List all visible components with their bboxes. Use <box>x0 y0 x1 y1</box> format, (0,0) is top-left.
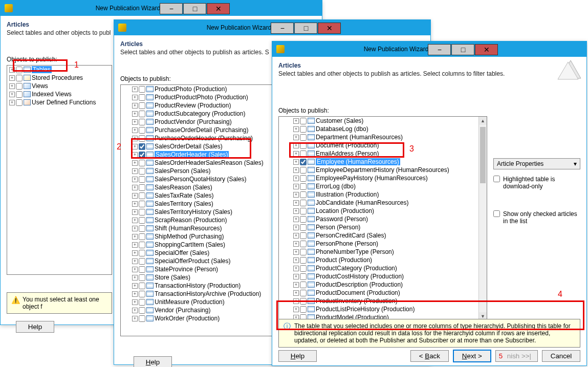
scroll-thumb[interactable] <box>480 127 486 183</box>
tree-item[interactable]: +Vendor (Purchasing) <box>121 306 273 314</box>
tree-item[interactable]: +Shift (HumanResources) <box>121 224 273 232</box>
tree-item-udf[interactable]: + User Defined Functions <box>7 98 112 106</box>
expand-icon[interactable]: + <box>132 127 138 133</box>
expand-icon[interactable]: + <box>9 100 15 105</box>
checkbox[interactable] <box>139 184 145 191</box>
checkbox[interactable] <box>300 208 307 214</box>
checkbox[interactable] <box>139 315 145 322</box>
tree-item[interactable]: +ScrapReason (Production) <box>121 216 273 224</box>
tree-item[interactable]: +ProductDescription (Production) <box>279 280 487 289</box>
tree-item[interactable]: +EmailAddress (Person) <box>279 149 487 158</box>
titlebar[interactable]: New Publication Wizard − □ ✕ <box>1 1 322 16</box>
checkbox[interactable] <box>300 306 307 313</box>
checkbox[interactable] <box>300 282 307 288</box>
expand-icon[interactable]: + <box>293 118 299 124</box>
tree-item[interactable]: +SpecialOffer (Sales) <box>121 249 273 257</box>
close-button[interactable]: ✕ <box>318 23 341 34</box>
checkbox[interactable] <box>139 283 145 289</box>
tree-item[interactable]: +SalesTaxRate (Sales) <box>121 191 273 200</box>
checkbox[interactable] <box>16 99 23 106</box>
tree-item[interactable]: +ProductSubcategory (Production) <box>121 110 273 118</box>
expand-icon[interactable]: + <box>293 184 299 189</box>
expand-icon[interactable]: + <box>132 218 138 223</box>
expand-icon[interactable]: + <box>293 290 299 296</box>
tree-item[interactable]: +EmployeePayHistory (HumanResources) <box>279 174 487 182</box>
tree-item-ixviews[interactable]: + Indexed Views <box>7 90 112 98</box>
tree-item[interactable]: +PhoneNumberType (Person) <box>279 248 487 256</box>
checkbox[interactable] <box>139 274 145 281</box>
tree-item[interactable]: +Illustration (Production) <box>279 190 487 199</box>
tree-item[interactable]: +ProductReview (Production) <box>121 101 273 110</box>
tree-item-sprocs[interactable]: + Stored Procedures <box>7 74 112 82</box>
tree-item[interactable]: +SalesPersonQuotaHistory (Sales) <box>121 175 273 183</box>
expand-icon[interactable]: + <box>293 241 299 247</box>
expand-icon[interactable]: + <box>293 200 299 206</box>
tree-item[interactable]: +Location (Production) <box>279 207 487 215</box>
checkbox[interactable] <box>139 291 145 297</box>
checkbox[interactable] <box>139 86 145 93</box>
checkbox-download-only[interactable] <box>493 176 500 182</box>
checkbox[interactable] <box>139 242 145 248</box>
checkbox[interactable] <box>139 266 145 273</box>
tree-item[interactable]: +SalesReason (Sales) <box>121 183 273 191</box>
expand-icon[interactable]: + <box>293 151 299 157</box>
expand-icon[interactable]: + <box>132 226 138 231</box>
checkbox[interactable] <box>139 102 145 109</box>
tree-item[interactable]: +SalesTerritory (Sales) <box>121 200 273 208</box>
expand-icon[interactable]: + <box>132 95 138 100</box>
checkbox[interactable] <box>300 232 307 239</box>
close-button[interactable]: ✕ <box>475 44 498 55</box>
checkbox[interactable] <box>139 152 145 158</box>
checkbox[interactable] <box>300 265 307 272</box>
expand-icon[interactable]: + <box>132 177 138 182</box>
tree-item[interactable]: +JobCandidate (HumanResources) <box>279 199 487 207</box>
expand-icon[interactable]: + <box>293 274 299 279</box>
article-properties-dropdown[interactable]: Article Properties ▾ <box>493 158 580 169</box>
object-tree[interactable]: + Tables + Stored Procedures + Views + <box>7 65 112 275</box>
checkbox[interactable] <box>16 83 23 90</box>
minimize-button[interactable]: − <box>271 23 294 34</box>
checkbox[interactable] <box>300 183 307 190</box>
checkbox[interactable] <box>139 111 145 117</box>
expand-icon[interactable]: + <box>293 159 299 165</box>
checkbox[interactable] <box>300 118 307 124</box>
checkbox[interactable] <box>16 67 23 73</box>
checkbox[interactable] <box>300 126 307 133</box>
expand-icon[interactable]: + <box>293 217 299 222</box>
expand-icon[interactable]: + <box>9 75 15 81</box>
expand-icon[interactable]: + <box>293 257 299 263</box>
checkbox[interactable] <box>139 160 145 166</box>
tree-item[interactable]: +PurchaseOrderDetail (Purchasing) <box>121 126 273 134</box>
checkbox[interactable] <box>300 298 307 305</box>
tree-item[interactable]: +Department (HumanResources) <box>279 133 487 141</box>
help-button[interactable]: Help <box>278 350 317 362</box>
expand-icon[interactable]: + <box>132 87 138 92</box>
tree-item[interactable]: +WorkOrder (Production) <box>121 314 273 322</box>
expand-icon[interactable]: + <box>132 103 138 109</box>
tree-item[interactable]: +Customer (Sales) <box>279 117 487 125</box>
tree-item[interactable]: +DatabaseLog (dbo) <box>279 125 487 133</box>
expand-icon[interactable]: + <box>132 242 138 248</box>
checkbox[interactable] <box>300 216 307 223</box>
maximize-button[interactable]: □ <box>183 3 206 14</box>
expand-icon[interactable]: + <box>132 291 138 297</box>
expand-icon[interactable]: + <box>132 283 138 289</box>
close-button[interactable]: ✕ <box>207 3 230 14</box>
checkbox[interactable] <box>300 290 307 296</box>
tree-item[interactable]: +SalesOrderDetail (Sales) <box>121 142 273 150</box>
tree-item[interactable]: +SalesPerson (Sales) <box>121 167 273 175</box>
checkbox[interactable] <box>300 257 307 264</box>
checkbox[interactable] <box>300 142 307 149</box>
expand-icon[interactable]: + <box>132 168 138 174</box>
maximize-button[interactable]: □ <box>294 23 317 34</box>
expand-icon[interactable]: + <box>293 266 299 271</box>
tree-item[interactable]: +ProductPhoto (Production) <box>121 85 273 93</box>
expand-icon[interactable]: + <box>293 143 299 148</box>
back-button[interactable]: < Back <box>410 350 449 362</box>
tree-item[interactable]: +Document (Production) <box>279 141 487 149</box>
expand-icon[interactable]: + <box>293 282 299 288</box>
expand-icon[interactable]: + <box>9 83 15 89</box>
expand-icon[interactable]: + <box>293 135 299 140</box>
expand-icon[interactable]: + <box>132 209 138 215</box>
scroll-up[interactable]: ▲ <box>479 117 487 125</box>
